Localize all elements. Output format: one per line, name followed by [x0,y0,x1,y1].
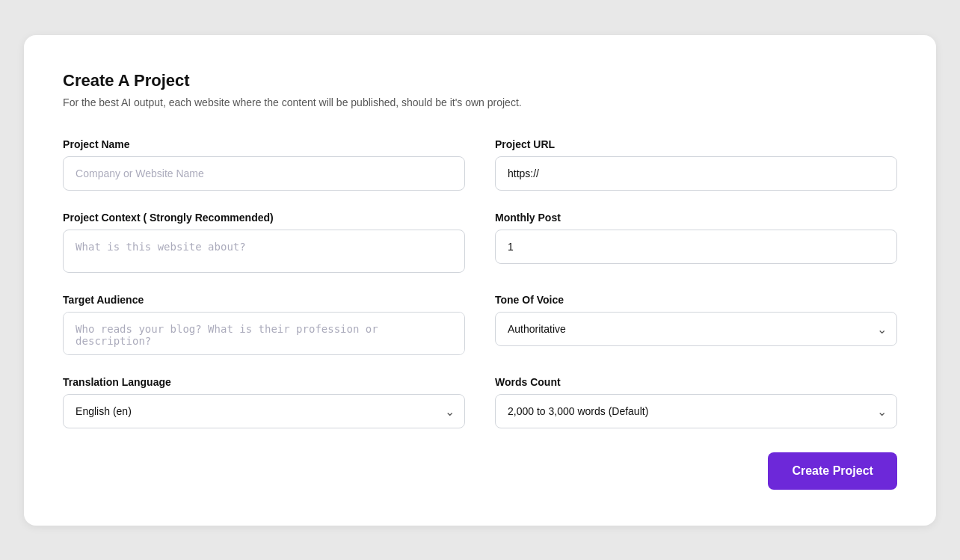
tone-of-voice-select[interactable]: Authoritative Friendly Professional Casu… [495,312,897,346]
monthly-post-input[interactable] [495,230,897,264]
monthly-post-label: Monthly Post [495,212,897,224]
translation-language-select[interactable]: English (en) Spanish (es) French (fr) Ge… [63,394,465,428]
target-audience-group: Target Audience [63,294,465,355]
project-name-label: Project Name [63,138,465,150]
translation-language-wrapper: English (en) Spanish (es) French (fr) Ge… [63,394,465,428]
create-project-card: Create A Project For the best AI output,… [24,35,936,526]
words-count-wrapper: 2,000 to 3,000 words (Default) 1,000 to … [495,394,897,428]
create-project-button[interactable]: Create Project [768,452,897,490]
footer-row: Create Project [63,452,897,490]
project-context-group: Project Context ( Strongly Recommended) [63,212,465,273]
translation-language-label: Translation Language [63,376,465,388]
project-name-input[interactable] [63,156,465,191]
translation-language-group: Translation Language English (en) Spanis… [63,376,465,428]
words-count-group: Words Count 2,000 to 3,000 words (Defaul… [495,376,897,428]
words-count-label: Words Count [495,376,897,388]
target-audience-input[interactable] [63,312,465,355]
project-url-label: Project URL [495,138,897,150]
target-audience-label: Target Audience [63,294,465,306]
project-url-group: Project URL [495,138,897,191]
project-context-label: Project Context ( Strongly Recommended) [63,212,465,224]
page-title: Create A Project [63,71,897,90]
monthly-post-group: Monthly Post [495,212,897,273]
project-name-group: Project Name [63,138,465,191]
page-subtitle: For the best AI output, each website whe… [63,96,897,108]
project-url-input[interactable] [495,156,897,191]
form-grid: Project Name Project URL Project Context… [63,138,897,428]
words-count-select[interactable]: 2,000 to 3,000 words (Default) 1,000 to … [495,394,897,428]
project-context-input[interactable] [63,230,465,273]
tone-of-voice-group: Tone Of Voice Authoritative Friendly Pro… [495,294,897,355]
tone-of-voice-wrapper: Authoritative Friendly Professional Casu… [495,312,897,346]
tone-of-voice-label: Tone Of Voice [495,294,897,306]
